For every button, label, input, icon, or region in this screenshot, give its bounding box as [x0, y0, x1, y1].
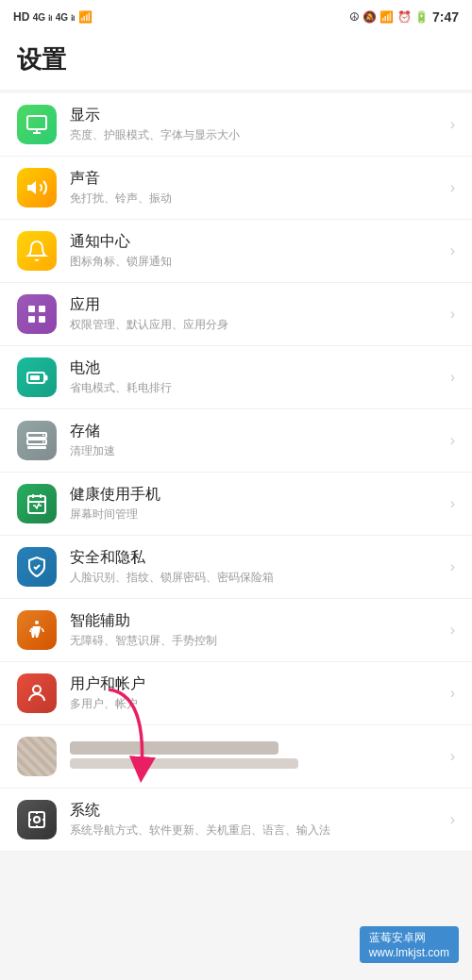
- accessibility-subtitle: 无障碍、智慧识屏、手势控制: [70, 633, 450, 649]
- battery-title: 电池: [70, 358, 450, 378]
- apps-subtitle: 权限管理、默认应用、应用分身: [70, 317, 450, 333]
- accessibility-chevron: ›: [450, 622, 455, 639]
- settings-item-battery[interactable]: 电池 省电模式、耗电排行 ›: [0, 346, 472, 409]
- notification-chevron: ›: [450, 242, 455, 259]
- svg-rect-0: [27, 116, 46, 129]
- battery-icon: [17, 357, 57, 397]
- health-title: 健康使用手机: [70, 485, 450, 505]
- sound-subtitle: 免打扰、铃声、振动: [70, 191, 450, 207]
- security-icon: [17, 547, 57, 587]
- hidden-chevron: ›: [450, 748, 455, 765]
- sound-text: 声音 免打扰、铃声、振动: [70, 169, 450, 207]
- settings-item-storage[interactable]: 存储 清理加速 ›: [0, 409, 472, 473]
- sound-icon: [17, 168, 57, 208]
- svg-point-20: [35, 621, 39, 624]
- settings-item-sound[interactable]: 声音 免打扰、铃声、振动 ›: [0, 157, 472, 220]
- hidden-title-mosaic: [70, 741, 278, 755]
- settings-item-system[interactable]: 系统 系统导航方式、软件更新、关机重启、语言、输入法 ›: [0, 789, 472, 852]
- apps-title: 应用: [70, 295, 450, 315]
- settings-item-notification[interactable]: 通知中心 图标角标、锁屏通知 ›: [0, 220, 472, 283]
- svg-marker-3: [27, 181, 36, 194]
- apps-chevron: ›: [450, 306, 455, 323]
- svg-rect-7: [39, 316, 45, 323]
- storage-subtitle: 清理加速: [70, 443, 450, 459]
- settings-item-display[interactable]: 显示 亮度、护眼模式、字体与显示大小 ›: [0, 93, 472, 157]
- display-subtitle: 亮度、护眼模式、字体与显示大小: [70, 127, 450, 143]
- storage-text: 存储 清理加速: [70, 422, 450, 459]
- storage-chevron: ›: [450, 432, 455, 449]
- accessibility-title: 智能辅助: [70, 611, 450, 631]
- health-subtitle: 屏幕时间管理: [70, 507, 450, 523]
- settings-item-apps[interactable]: 应用 权限管理、默认应用、应用分身 ›: [0, 283, 472, 346]
- health-icon: [17, 484, 57, 523]
- page-title: 设置: [17, 43, 455, 76]
- svg-point-21: [33, 686, 41, 693]
- status-icons: ☮ 🔕 📶 ⏰ 🔋: [349, 10, 429, 24]
- status-bar: HD 4G ᵢₗ 4G ᵢₗ 📶 ☮ 🔕 📶 ⏰ 🔋 7:47: [0, 0, 472, 34]
- apps-icon: [17, 294, 57, 334]
- settings-item-security[interactable]: 安全和隐私 人脸识别、指纹、锁屏密码、密码保险箱 ›: [0, 536, 472, 599]
- svg-rect-4: [28, 306, 35, 312]
- hidden-text: [70, 741, 450, 772]
- svg-point-14: [42, 435, 44, 437]
- svg-rect-5: [39, 306, 45, 312]
- settings-item-account[interactable]: 用户和帐户 多用户、帐户 ›: [0, 662, 472, 725]
- display-chevron: ›: [450, 116, 455, 133]
- notification-subtitle: 图标角标、锁屏通知: [70, 254, 450, 270]
- svg-rect-16: [28, 496, 45, 513]
- svg-rect-6: [28, 316, 35, 323]
- account-text: 用户和帐户 多用户、帐户: [70, 674, 450, 712]
- svg-rect-22: [29, 812, 44, 827]
- hidden-icon: [17, 737, 57, 776]
- svg-rect-10: [30, 375, 40, 380]
- watermark: 蓝莓安卓网www.lmkjst.com: [360, 926, 459, 963]
- battery-subtitle: 省电模式、耗电排行: [70, 380, 450, 396]
- sound-chevron: ›: [450, 179, 455, 196]
- display-text: 显示 亮度、护眼模式、字体与显示大小: [70, 106, 450, 143]
- battery-chevron: ›: [450, 369, 455, 386]
- health-chevron: ›: [450, 495, 455, 512]
- accessibility-icon: [17, 610, 57, 650]
- system-text: 系统 系统导航方式、软件更新、关机重启、语言、输入法: [70, 801, 450, 839]
- display-title: 显示: [70, 106, 450, 125]
- account-title: 用户和帐户: [70, 674, 450, 694]
- system-chevron: ›: [450, 811, 455, 828]
- battery-text: 电池 省电模式、耗电排行: [70, 358, 450, 396]
- security-text: 安全和隐私 人脸识别、指纹、锁屏密码、密码保险箱: [70, 548, 450, 586]
- account-subtitle: 多用户、帐户: [70, 696, 450, 712]
- security-subtitle: 人脸识别、指纹、锁屏密码、密码保险箱: [70, 570, 450, 586]
- page-title-bar: 设置: [0, 34, 472, 90]
- settings-list: 显示 亮度、护眼模式、字体与显示大小 › 声音 免打扰、铃声、振动 › 通知中心…: [0, 93, 472, 852]
- health-text: 健康使用手机 屏幕时间管理: [70, 485, 450, 523]
- apps-text: 应用 权限管理、默认应用、应用分身: [70, 295, 450, 333]
- hidden-subtitle-mosaic: [70, 758, 298, 769]
- settings-item-accessibility[interactable]: 智能辅助 无障碍、智慧识屏、手势控制 ›: [0, 599, 472, 662]
- account-chevron: ›: [450, 685, 455, 702]
- security-chevron: ›: [450, 558, 455, 575]
- system-subtitle: 系统导航方式、软件更新、关机重启、语言、输入法: [70, 822, 450, 839]
- display-icon: [17, 105, 57, 144]
- settings-item-health[interactable]: 健康使用手机 屏幕时间管理 ›: [0, 473, 472, 536]
- status-right: ☮ 🔕 📶 ⏰ 🔋 7:47: [349, 9, 459, 25]
- system-title: 系统: [70, 801, 450, 821]
- storage-title: 存储: [70, 422, 450, 441]
- notification-title: 通知中心: [70, 232, 450, 252]
- svg-point-15: [42, 441, 44, 443]
- status-carrier: HD 4G ᵢₗ 4G ᵢₗ 📶: [13, 10, 93, 24]
- storage-icon: [17, 421, 57, 460]
- sound-title: 声音: [70, 169, 450, 189]
- settings-item-hidden[interactable]: ›: [0, 725, 472, 789]
- system-icon: [17, 800, 57, 839]
- accessibility-text: 智能辅助 无障碍、智慧识屏、手势控制: [70, 611, 450, 649]
- svg-point-23: [34, 817, 40, 822]
- notification-text: 通知中心 图标角标、锁屏通知: [70, 232, 450, 270]
- notification-icon: [17, 231, 57, 271]
- status-time: 7:47: [432, 9, 459, 25]
- svg-rect-13: [27, 446, 46, 449]
- account-icon: [17, 673, 57, 713]
- security-title: 安全和隐私: [70, 548, 450, 568]
